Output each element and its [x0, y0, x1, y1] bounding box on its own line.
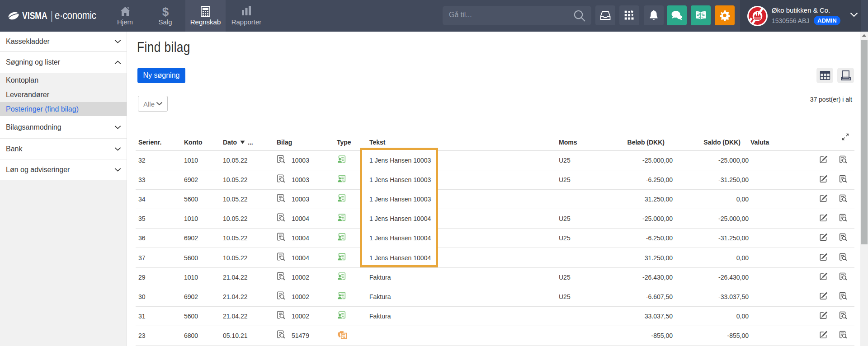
svg-text:$: $: [162, 6, 169, 18]
